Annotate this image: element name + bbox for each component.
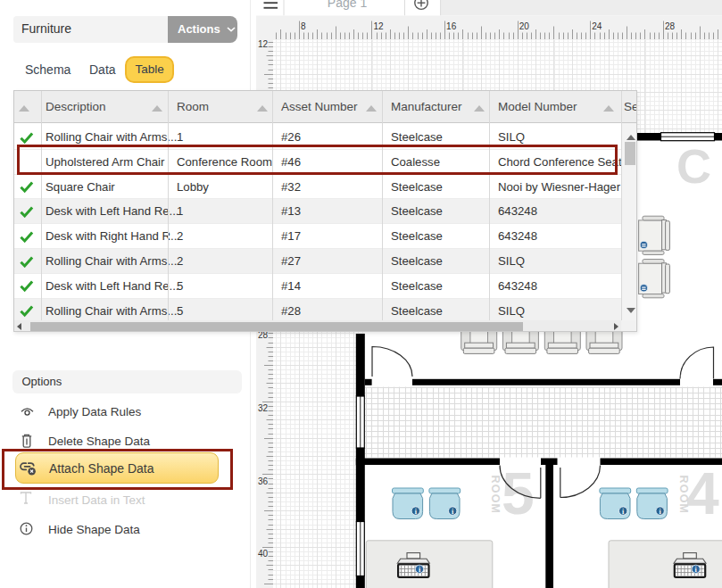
svg-text:28: 28	[665, 21, 676, 31]
svg-text:16: 16	[446, 21, 457, 31]
svg-text:32: 32	[258, 403, 269, 413]
svg-text:ROOM: ROOM	[677, 476, 690, 515]
svg-text:8: 8	[301, 21, 306, 31]
svg-text:24: 24	[592, 21, 602, 31]
svg-text:28: 28	[258, 330, 269, 340]
svg-text:12: 12	[258, 39, 269, 49]
svg-text:C: C	[676, 139, 711, 193]
svg-text:20: 20	[519, 21, 530, 31]
svg-text:40: 40	[258, 549, 269, 559]
svg-text:12: 12	[374, 21, 385, 31]
svg-text:36: 36	[258, 476, 269, 486]
svg-text:Page 1: Page 1	[328, 0, 368, 10]
svg-text:ROOM: ROOM	[489, 476, 502, 515]
svg-text:4: 4	[686, 460, 719, 526]
